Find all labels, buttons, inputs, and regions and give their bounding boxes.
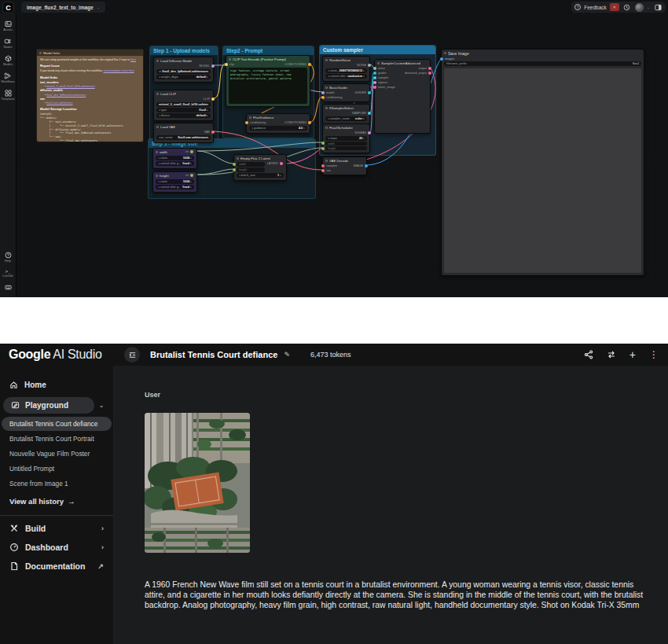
- widget-weight-dtype[interactable]: ◂weight_dtypedefault▸: [156, 75, 211, 79]
- widget-control-after-generate[interactable]: ◂control after g...fixed▸: [156, 185, 194, 190]
- collapse-dot-icon[interactable]: [444, 52, 446, 54]
- output-port-output[interactable]: [428, 67, 431, 70]
- collapse-dot-icon[interactable]: [156, 175, 158, 177]
- node-vae-decode[interactable]: VAE Decode samples IMAGE vae: [322, 156, 367, 175]
- node-clip-text-encode[interactable]: CLIP Text Encode (Positive Prompt) clip …: [226, 55, 310, 107]
- history-item[interactable]: Scene from Image 1: [0, 476, 113, 491]
- input-port-conditioning[interactable]: [321, 96, 325, 99]
- collapse-dot-icon[interactable]: [249, 116, 251, 119]
- issue-link[interactable]: send template issue here: [104, 69, 134, 72]
- input-port-sigmas[interactable]: [373, 81, 376, 84]
- collapse-dot-icon[interactable]: [237, 157, 239, 160]
- input-port-width[interactable]: [321, 142, 325, 145]
- collapse-dot-icon[interactable]: [325, 127, 328, 129]
- sidebar-item-playground[interactable]: Playground: [3, 397, 94, 414]
- input-port-vae[interactable]: [321, 169, 325, 172]
- model-link[interactable]: mistral_3_small_flux2_bf16.safetensors: [46, 85, 94, 88]
- chevron-left-icon[interactable]: ◂: [239, 174, 240, 177]
- collapse-dot-icon[interactable]: [325, 107, 328, 109]
- sidebar-item-assets[interactable]: Assets: [3, 20, 12, 31]
- input-port-guider[interactable]: [373, 72, 376, 75]
- node-flux2-scheduler[interactable]: Flux2Scheduler SIGMAS ◂steps20▸ width he…: [322, 123, 370, 153]
- app-logo[interactable]: GoogleAI Studio: [0, 348, 118, 362]
- history-item[interactable]: Nouvelle Vague Film Poster: [0, 446, 113, 461]
- node-basic-guider[interactable]: BasicGuider model GUIDER conditioning: [322, 83, 370, 102]
- sidebar-item-nodes[interactable]: Nodes: [4, 38, 13, 49]
- widget-control-after-generate[interactable]: ◂control after...randomize▸: [325, 74, 367, 79]
- chevron-left-icon[interactable]: ◂: [159, 75, 160, 79]
- widget-filename-prefix[interactable]: filename_prefixflux2: [444, 61, 641, 66]
- prompt-text[interactable]: A 1960 French New Wave film still set on…: [145, 580, 648, 610]
- node-sampler-custom-advanced[interactable]: SamplerCustomAdvanced noise output guide…: [374, 59, 431, 134]
- widget-control-after-generate[interactable]: ◂control after g...fixed▸: [156, 161, 194, 166]
- input-port-noise[interactable]: [373, 67, 376, 70]
- widget-vae-name[interactable]: vae_nameflux2-vae.safetensors: [156, 135, 211, 140]
- input-port-images[interactable]: [440, 57, 443, 61]
- chevron-right-icon[interactable]: ▸: [190, 186, 192, 189]
- chevron-left-icon[interactable]: ◂: [158, 162, 160, 165]
- history-item[interactable]: Untitled Prompt: [0, 461, 113, 476]
- chevron-left-icon[interactable]: ◂: [328, 137, 329, 140]
- collapse-dot-icon[interactable]: [156, 151, 158, 153]
- workflow-tab[interactable]: image_flux2_text_to_image ⌄: [21, 2, 105, 13]
- input-port-samples[interactable]: [321, 164, 325, 167]
- view-all-history-link[interactable]: View all history →: [0, 493, 113, 509]
- chevron-right-icon[interactable]: ▸: [190, 156, 192, 160]
- group-custom-sampler-title[interactable]: Custom sampler: [320, 46, 435, 54]
- chevron-left-icon[interactable]: ◂: [158, 156, 160, 160]
- node-header[interactable]: Model links: [37, 50, 143, 56]
- chevron-left-icon[interactable]: ◂: [159, 109, 160, 112]
- chevron-right-icon[interactable]: ▸: [207, 75, 208, 79]
- input-port-clip[interactable]: [225, 63, 228, 66]
- widget-sampler-name[interactable]: ◂sampler_nameeuler▸: [325, 116, 367, 121]
- output-port-denoised[interactable]: [428, 72, 431, 75]
- collapse-dot-icon[interactable]: [325, 59, 328, 61]
- node-save-image[interactable]: Save Image images filename_prefixflux2: [441, 49, 644, 276]
- input-port-latent-image[interactable]: [373, 86, 376, 89]
- output-port-conditioning[interactable]: [308, 121, 311, 124]
- chevron-right-icon[interactable]: ▸: [363, 69, 365, 72]
- new-prompt-icon[interactable]: +: [629, 348, 636, 361]
- sidebar-item-console[interactable]: >_ Console: [2, 269, 13, 278]
- output-port-guider[interactable]: [368, 91, 371, 94]
- widget-noise-seed[interactable]: ◂noise_seed26807955840612▸: [325, 68, 367, 73]
- input-port-conditioning[interactable]: [245, 121, 248, 124]
- node-height[interactable]: height int ◂value1024▸ ◂control after g.…: [152, 171, 197, 193]
- input-port-height[interactable]: [321, 147, 325, 150]
- share-icon[interactable]: [584, 350, 593, 359]
- input-port-width[interactable]: [233, 163, 236, 166]
- chevron-left-icon[interactable]: ◂: [251, 127, 253, 130]
- chevron-left-icon[interactable]: ◂: [158, 186, 160, 189]
- collapse-dot-icon[interactable]: [156, 93, 159, 95]
- output-port-conditioning[interactable]: [308, 63, 311, 66]
- chevron-left-icon[interactable]: ◂: [159, 114, 160, 117]
- comfyui-logo-icon[interactable]: C: [2, 2, 14, 13]
- chevron-left-icon[interactable]: ◂: [328, 75, 329, 78]
- node-flux-guidance[interactable]: FluxGuidance conditioning CONDITIONING ◂…: [246, 113, 310, 134]
- output-port-int[interactable]: [190, 150, 193, 153]
- node-empty-flux2-latent[interactable]: Empty Flux 2 Latent LATENT width height …: [233, 154, 287, 181]
- node-width[interactable]: width int ◂value1024▸ ◂control after g..…: [152, 148, 197, 169]
- compare-mode-icon[interactable]: [607, 350, 616, 359]
- avatar-chevron-icon[interactable]: ⌄: [647, 5, 650, 9]
- group-step1-title[interactable]: Step 1 - Upload models: [150, 46, 218, 55]
- collapse-dot-icon[interactable]: [39, 52, 42, 54]
- output-port-noise[interactable]: [368, 64, 371, 67]
- widget-type[interactable]: ◂typeflux2▸: [156, 108, 211, 112]
- widget-guidance[interactable]: ◂guidance4.0▸: [249, 126, 307, 131]
- output-port-sampler[interactable]: [368, 112, 371, 115]
- model-link[interactable]: flux2-vae.safetensors: [46, 101, 72, 105]
- chevron-right-icon[interactable]: ▸: [303, 127, 305, 130]
- sidebar-item-models[interactable]: Models: [3, 55, 13, 66]
- chevron-right-icon[interactable]: ▸: [363, 117, 365, 120]
- chevron-right-icon[interactable]: ▸: [190, 180, 192, 183]
- collapse-dot-icon[interactable]: [229, 58, 231, 61]
- chevron-down-icon[interactable]: ⌄: [97, 5, 100, 9]
- widget-value[interactable]: ◂value1024▸: [156, 156, 194, 160]
- widget-steps[interactable]: ◂steps20▸: [325, 136, 367, 141]
- chevron-right-icon[interactable]: ▸: [280, 174, 281, 177]
- node-load-clip[interactable]: Load CLIP CLIP mistral_3_small_flux2_bf1…: [153, 90, 214, 121]
- chevron-left-icon[interactable]: ◂: [328, 117, 329, 120]
- history-item[interactable]: Brutalist Tennis Court defiance: [2, 417, 112, 431]
- node-load-vae[interactable]: Load VAE VAE vae_nameflux2-vae.safetenso…: [153, 123, 214, 143]
